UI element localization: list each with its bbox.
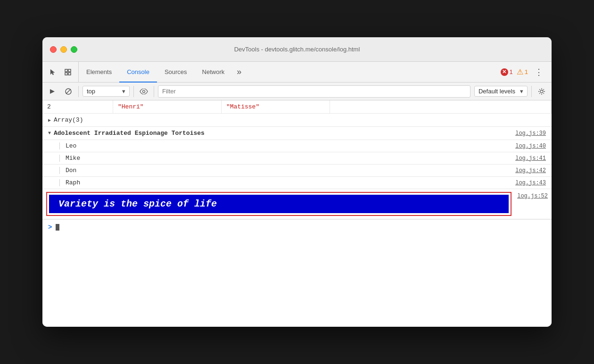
group-expand-icon[interactable]: ▼ — [48, 131, 51, 136]
svg-rect-2 — [65, 73, 67, 75]
console-prompt: > — [42, 219, 552, 235]
expand-arrow-icon[interactable]: ▶ — [48, 117, 51, 123]
array-row[interactable]: ▶ Array(3) — [42, 114, 552, 127]
group-header-link[interactable]: log.js:39 — [515, 130, 546, 137]
prompt-cursor[interactable] — [56, 224, 59, 231]
styled-log-link[interactable]: log.js:52 — [517, 192, 548, 199]
group-item-3: Raph log.js:43 — [42, 177, 552, 189]
toolbar-separator-3 — [154, 86, 154, 97]
array-label: Array(3) — [54, 116, 83, 124]
eye-icon[interactable] — [138, 85, 150, 98]
prompt-arrow-icon: > — [48, 223, 52, 231]
run-icon[interactable] — [46, 85, 58, 98]
table-cell-col1: "Henri" — [113, 100, 222, 113]
filter-input[interactable] — [158, 85, 470, 98]
menu-button[interactable]: ⋮ — [532, 65, 546, 79]
settings-icon[interactable] — [536, 85, 548, 98]
svg-point-8 — [540, 90, 543, 93]
group-item-text-1: Mike — [66, 155, 80, 162]
styled-log-text: Variety is the spice of life — [49, 195, 509, 213]
group-item-text-3: Raph — [66, 179, 80, 186]
tab-console[interactable]: Console — [119, 62, 157, 83]
toolbar-icons — [42, 62, 79, 82]
group-item-line-2: Don log.js:42 — [59, 167, 546, 174]
group-item-line-3: Raph log.js:43 — [59, 179, 546, 186]
toolbar-separator-4 — [531, 86, 532, 97]
context-selector[interactable]: top ▾ — [82, 86, 130, 97]
error-icon: ✕ — [501, 68, 508, 76]
tab-network[interactable]: Network — [195, 62, 232, 83]
toolbar-separator-2 — [133, 86, 134, 97]
toolbar-right: ✕ 1 ⚠ 1 ⋮ — [495, 62, 552, 82]
group-item-1: Mike log.js:41 — [42, 152, 552, 165]
styled-log-border: Variety is the spice of life — [46, 192, 512, 216]
group-header: ▼ Adolescent Irradiated Espionage Tortoi… — [42, 127, 552, 140]
group-item-text-2: Don — [66, 167, 76, 174]
devtools-window: DevTools - devtools.glitch.me/console/lo… — [42, 37, 552, 327]
window-title: DevTools - devtools.glitch.me/console/lo… — [234, 46, 360, 53]
error-badge[interactable]: ✕ 1 — [501, 68, 513, 76]
tab-elements[interactable]: Elements — [79, 62, 119, 83]
group-item-0: Leo log.js:40 — [42, 140, 552, 152]
minimize-button[interactable] — [60, 46, 67, 53]
warning-badge[interactable]: ⚠ 1 — [517, 67, 528, 76]
table-cell-index: 2 — [42, 100, 113, 113]
group-item-line-1: Mike log.js:41 — [59, 155, 546, 162]
group-item-link-0[interactable]: log.js:40 — [515, 143, 546, 149]
titlebar: DevTools - devtools.glitch.me/console/lo… — [42, 37, 552, 62]
svg-line-6 — [66, 89, 71, 94]
svg-rect-3 — [68, 73, 71, 75]
group-item-link-3[interactable]: log.js:43 — [515, 180, 546, 186]
tabs: Elements Console Sources Network » — [79, 62, 495, 82]
toolbar-separator-1 — [78, 86, 79, 97]
group-header-text: Adolescent Irradiated Espionage Tortoise… — [54, 130, 205, 137]
block-icon[interactable] — [62, 85, 74, 98]
group-item-link-1[interactable]: log.js:41 — [515, 155, 546, 162]
window-controls — [50, 46, 77, 53]
svg-marker-4 — [50, 89, 55, 94]
group-item-2: Don log.js:42 — [42, 165, 552, 177]
svg-rect-1 — [68, 69, 71, 72]
table-cell-col2: "Matisse" — [222, 100, 330, 113]
group-item-link-2[interactable]: log.js:42 — [515, 167, 546, 174]
inspect-icon[interactable] — [61, 66, 74, 79]
styled-log-container: Variety is the spice of life log.js:52 — [42, 189, 552, 219]
table-cell-col3 — [330, 100, 552, 113]
console-content: 2 "Henri" "Matisse" ▶ Array(3) ▼ Adolesc… — [42, 100, 552, 327]
maximize-button[interactable] — [71, 46, 77, 53]
group-item-text-0: Leo — [66, 142, 76, 149]
svg-rect-0 — [65, 69, 67, 72]
svg-point-7 — [143, 90, 145, 92]
cursor-icon[interactable] — [46, 66, 59, 79]
close-button[interactable] — [50, 46, 57, 53]
group-item-line-0: Leo log.js:40 — [59, 142, 546, 149]
levels-select[interactable]: Default levels ▾ — [474, 86, 528, 97]
tab-sources[interactable]: Sources — [157, 62, 195, 83]
more-tabs-button[interactable]: » — [232, 62, 246, 82]
console-toolbar: top ▾ Default levels ▾ — [42, 83, 552, 100]
table-row: 2 "Henri" "Matisse" — [42, 100, 552, 114]
devtools-toolbar: Elements Console Sources Network » ✕ 1 ⚠ — [42, 62, 552, 83]
